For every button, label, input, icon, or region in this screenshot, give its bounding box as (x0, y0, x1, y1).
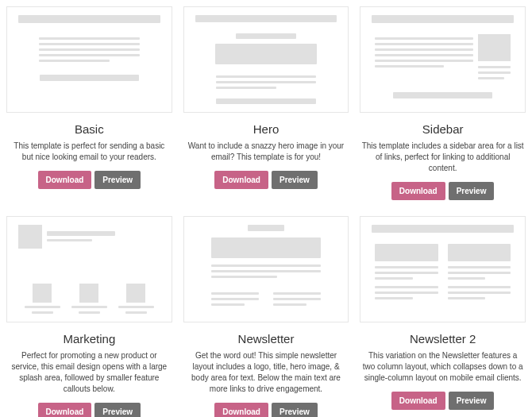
download-button[interactable]: Download (214, 171, 268, 189)
preview-button[interactable]: Preview (94, 171, 141, 189)
template-card-marketing: Marketing Perfect for promoting a new pr… (6, 216, 172, 417)
template-card-basic: Basic This template is perfect for sendi… (6, 6, 172, 200)
template-title: Newsletter 2 (360, 332, 526, 346)
thumb-newsletter2 (360, 216, 526, 322)
thumb-marketing (6, 216, 172, 322)
thumb-basic (6, 6, 172, 113)
thumb-newsletter (183, 216, 349, 322)
template-card-hero: Hero Want to include a snazzy hero image… (183, 6, 349, 200)
template-grid: Basic This template is perfect for sendi… (2, 6, 530, 417)
thumb-hero (183, 6, 349, 113)
template-card-newsletter2: Newsletter 2 This variation on the Newsl… (360, 216, 526, 417)
template-desc: This template includes a sidebar area fo… (360, 141, 526, 174)
download-button[interactable]: Download (391, 392, 445, 410)
template-title: Marketing (6, 332, 172, 346)
template-desc: This template is perfect for sending a b… (6, 141, 172, 163)
template-title: Basic (6, 122, 172, 136)
template-desc: Perfect for promoting a new product or s… (6, 350, 172, 395)
thumb-sidebar (360, 6, 526, 113)
download-button[interactable]: Download (38, 403, 92, 417)
template-card-newsletter: Newsletter Get the word out! This simple… (183, 216, 349, 417)
preview-button[interactable]: Preview (272, 403, 318, 417)
template-desc: Get the word out! This simple newsletter… (183, 350, 349, 395)
template-desc: This variation on the Newsletter feature… (360, 350, 526, 384)
download-button[interactable]: Download (38, 171, 92, 189)
template-card-sidebar: Sidebar This template includes a sidebar… (360, 6, 526, 200)
download-button[interactable]: Download (214, 403, 268, 417)
preview-button[interactable]: Preview (449, 392, 495, 410)
preview-button[interactable]: Preview (272, 171, 318, 189)
template-desc: Want to include a snazzy hero image in y… (183, 141, 349, 163)
preview-button[interactable]: Preview (449, 182, 495, 200)
template-title: Sidebar (360, 122, 526, 136)
preview-button[interactable]: Preview (94, 403, 141, 417)
template-title: Newsletter (183, 332, 349, 346)
download-button[interactable]: Download (391, 182, 445, 200)
template-title: Hero (183, 122, 349, 136)
